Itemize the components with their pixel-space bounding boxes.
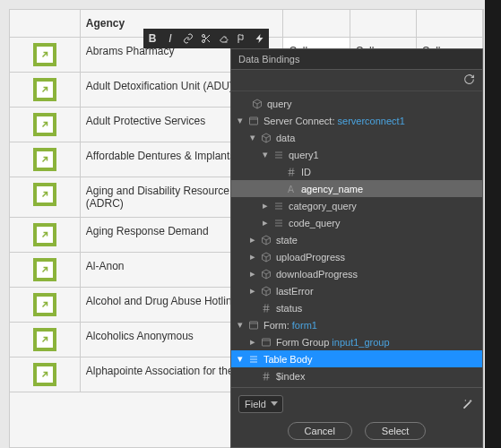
tree-node-upload-progress[interactable]: ▸ uploadProgress — [231, 248, 482, 265]
cube-icon — [260, 234, 272, 246]
tree-label: Form: form1 — [263, 320, 317, 331]
caret-down-icon[interactable]: ▾ — [235, 320, 246, 331]
tree-node-data[interactable]: ▾ data — [231, 129, 482, 146]
svg-rect-2 — [250, 117, 258, 125]
bindings-tree[interactable]: query ▾ Server Connect: serverconnect1 ▾… — [231, 91, 482, 387]
text-icon — [285, 183, 298, 195]
hash-icon — [260, 302, 272, 314]
caret-right-icon[interactable]: ▸ — [247, 286, 258, 297]
cube-icon — [260, 268, 272, 280]
tree-node-query1[interactable]: ▾ query1 — [231, 146, 482, 163]
caret-right-icon[interactable]: ▸ — [247, 235, 258, 246]
cube-icon — [251, 98, 263, 110]
caret-down-icon[interactable]: ▾ — [260, 150, 271, 160]
cancel-button[interactable]: Cancel — [288, 422, 352, 440]
cube-icon — [260, 251, 272, 263]
tree-node-status[interactable]: status — [231, 299, 482, 316]
caret-down-icon[interactable]: ▾ — [235, 354, 246, 365]
tree-node-agency-name[interactable]: agency_name — [231, 180, 482, 197]
external-link-icon[interactable] — [33, 43, 56, 66]
bold-button[interactable]: B — [143, 29, 161, 48]
lightning-icon[interactable] — [251, 29, 269, 48]
external-link-icon[interactable] — [33, 78, 56, 101]
tree-node-sindex[interactable]: $index — [231, 367, 482, 384]
hash-icon — [260, 370, 272, 383]
external-link-icon[interactable] — [33, 293, 56, 316]
external-link-icon[interactable] — [33, 113, 56, 136]
form-icon — [260, 336, 272, 349]
external-link-icon[interactable] — [33, 223, 56, 246]
list-icon — [247, 353, 260, 366]
data-bindings-panel: Data Bindings query ▾ Server Connect: se… — [230, 48, 483, 448]
list-icon — [272, 217, 285, 229]
eraser-icon[interactable] — [215, 29, 233, 48]
caret-right-icon[interactable]: ▸ — [260, 218, 271, 228]
form-icon — [247, 319, 260, 332]
tree-node-category-query[interactable]: ▸ category_query — [231, 197, 482, 214]
cube-icon — [260, 132, 272, 144]
caret-right-icon[interactable]: ▸ — [247, 269, 258, 280]
format-toolbar: B I — [143, 29, 269, 48]
scissors-icon[interactable] — [197, 29, 215, 48]
select-button[interactable]: Select — [365, 422, 427, 440]
external-link-icon[interactable] — [33, 363, 56, 386]
tree-node-query[interactable]: query — [231, 95, 482, 112]
external-link-icon[interactable] — [33, 258, 56, 281]
tree-node-last-error[interactable]: ▸ lastError — [231, 282, 482, 299]
refresh-icon[interactable] — [463, 73, 475, 87]
side-strip — [485, 0, 501, 448]
tree-node-id[interactable]: ID — [231, 163, 482, 180]
tree-label: Form Group input1_group — [276, 337, 390, 348]
svg-rect-3 — [250, 322, 258, 329]
tree-label: Server Connect: serverconnect1 — [263, 116, 405, 126]
cube-icon — [260, 285, 272, 297]
tree-node-server-connect[interactable]: ▾ Server Connect: serverconnect1 — [231, 112, 482, 129]
field-select[interactable]: Field — [238, 395, 283, 413]
caret-right-icon[interactable]: ▸ — [260, 201, 271, 211]
svg-rect-4 — [263, 339, 271, 346]
magic-wand-icon[interactable] — [459, 396, 475, 412]
external-link-icon[interactable] — [33, 183, 56, 206]
caret-down-icon[interactable]: ▾ — [247, 133, 258, 143]
tree-node-code-query[interactable]: ▸ code_query — [231, 214, 482, 231]
link-icon[interactable] — [179, 29, 197, 48]
list-icon — [272, 149, 285, 161]
panel-title: Data Bindings — [238, 54, 300, 65]
list-icon — [272, 200, 285, 212]
external-link-icon[interactable] — [33, 148, 56, 171]
external-link-icon[interactable] — [33, 328, 56, 351]
form-icon — [247, 115, 260, 127]
tree-node-form-group[interactable]: ▸ Form Group input1_group — [231, 333, 482, 350]
tree-node-download-progress[interactable]: ▸ downloadProgress — [231, 265, 482, 282]
flag-icon[interactable] — [233, 29, 251, 48]
tree-node-table-body[interactable]: ▾ Table Body — [231, 350, 482, 367]
caret-down-icon[interactable]: ▾ — [235, 116, 246, 126]
hash-icon — [285, 166, 298, 178]
tree-node-state[interactable]: ▸ state — [231, 231, 482, 248]
caret-right-icon[interactable]: ▸ — [247, 252, 258, 263]
tree-node-form[interactable]: ▾ Form: form1 — [231, 316, 482, 333]
caret-right-icon[interactable]: ▸ — [247, 337, 258, 348]
italic-button[interactable]: I — [161, 29, 179, 48]
